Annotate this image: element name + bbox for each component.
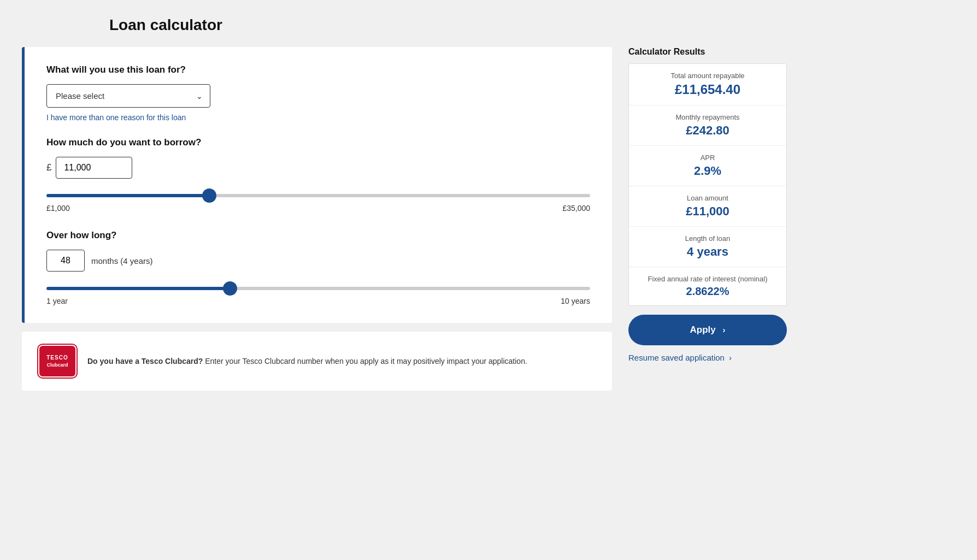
result-row-length: Length of loan 4 years — [629, 227, 786, 267]
clubcard-normal-text: Enter your Tesco Clubcard number when yo… — [205, 357, 527, 366]
clubcard-logo: TESCO Clubcard — [38, 345, 76, 378]
result-row-loan-amount: Loan amount £11,000 — [629, 186, 786, 227]
resume-label: Resume saved application — [628, 353, 725, 362]
result-value-rate: 2.8622% — [640, 285, 775, 298]
result-row-apr: APR 2.9% — [629, 146, 786, 186]
left-panel: What will you use this loan for? Please … — [22, 47, 612, 391]
duration-slider-labels: 1 year 10 years — [46, 297, 590, 305]
amount-input-row: £ — [46, 157, 590, 179]
result-row-rate: Fixed annual rate of interest (nominal) … — [629, 267, 786, 305]
loan-purpose-title: What will you use this loan for? — [46, 64, 590, 75]
apply-arrow-icon: › — [722, 325, 725, 334]
apply-button[interactable]: Apply › — [628, 315, 787, 345]
borrow-max-label: £35,000 — [562, 204, 590, 213]
result-label-total: Total amount repayable — [640, 72, 775, 80]
multiple-reasons-link[interactable]: I have more than one reason for this loa… — [46, 113, 590, 122]
resume-saved-application-link[interactable]: Resume saved application › — [628, 353, 787, 362]
result-label-loan-amount: Loan amount — [640, 194, 775, 202]
result-label-monthly: Monthly repayments — [640, 113, 775, 121]
resume-arrow-icon: › — [729, 353, 732, 362]
borrow-title: How much do you want to borrow? — [46, 137, 590, 148]
duration-slider[interactable] — [46, 287, 590, 290]
clubcard-label-text: Clubcard — [46, 362, 68, 369]
clubcard-banner: TESCO Clubcard Do you have a Tesco Clubc… — [22, 332, 612, 391]
result-row-monthly: Monthly repayments £242.80 — [629, 105, 786, 146]
result-row-total: Total amount repayable £11,654.40 — [629, 64, 786, 105]
results-title: Calculator Results — [628, 47, 787, 57]
borrow-slider-labels: £1,000 £35,000 — [46, 204, 590, 213]
clubcard-bold-text: Do you have a Tesco Clubcard? — [87, 357, 203, 366]
pound-symbol: £ — [46, 162, 51, 173]
loan-form-card: What will you use this loan for? Please … — [22, 47, 612, 323]
duration-max-label: 10 years — [561, 297, 590, 305]
duration-months-input[interactable] — [46, 250, 85, 272]
result-label-length: Length of loan — [640, 234, 775, 243]
clubcard-description: Do you have a Tesco Clubcard? Enter your… — [87, 356, 527, 367]
duration-slider-container — [46, 282, 590, 292]
result-value-apr: 2.9% — [640, 164, 775, 178]
result-value-loan-amount: £11,000 — [640, 204, 775, 219]
loan-purpose-section: What will you use this loan for? Please … — [46, 64, 590, 122]
loan-purpose-select[interactable]: Please select Home improvements Car Holi… — [46, 84, 210, 108]
duration-section: Over how long? months (4 years) 1 year 1… — [46, 230, 590, 305]
duration-title: Over how long? — [46, 230, 590, 241]
right-panel: Calculator Results Total amount repayabl… — [628, 47, 787, 362]
apply-label: Apply — [690, 325, 716, 335]
duration-months-label: months (4 years) — [91, 256, 153, 266]
borrow-amount-slider[interactable] — [46, 194, 590, 197]
result-label-rate: Fixed annual rate of interest (nominal) — [640, 275, 775, 283]
results-card: Total amount repayable £11,654.40 Monthl… — [628, 63, 787, 306]
result-value-total: £11,654.40 — [640, 82, 775, 97]
result-label-apr: APR — [640, 154, 775, 162]
borrow-amount-input[interactable] — [56, 157, 132, 179]
duration-input-row: months (4 years) — [46, 250, 590, 272]
main-layout: What will you use this loan for? Please … — [22, 47, 787, 391]
page-title: Loan calculator — [109, 16, 955, 34]
borrow-section: How much do you want to borrow? £ £1,000… — [46, 137, 590, 213]
loan-purpose-select-wrapper: Please select Home improvements Car Holi… — [46, 84, 210, 108]
result-value-monthly: £242.80 — [640, 123, 775, 138]
result-value-length: 4 years — [640, 245, 775, 259]
borrow-min-label: £1,000 — [46, 204, 70, 213]
duration-min-label: 1 year — [46, 297, 68, 305]
clubcard-tesco-text: TESCO — [46, 354, 68, 362]
borrow-slider-container — [46, 190, 590, 199]
